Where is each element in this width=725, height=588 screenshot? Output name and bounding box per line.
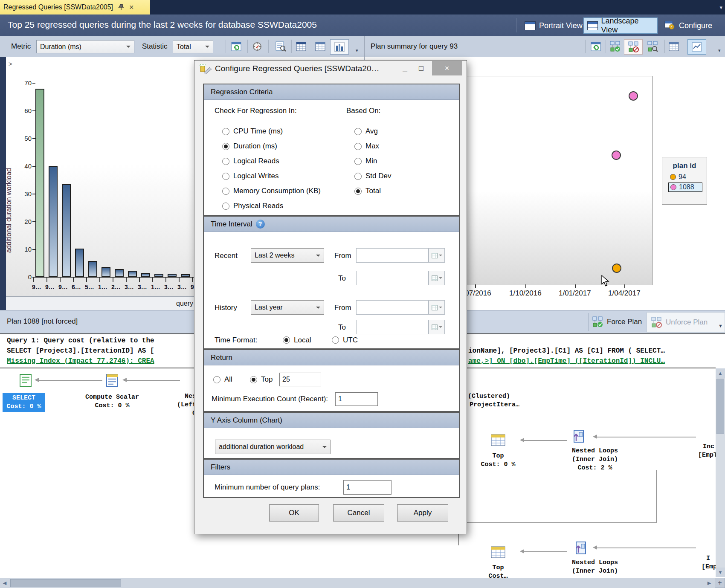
legend-item-plan-94[interactable]: 94	[668, 173, 702, 181]
scroll-down-icon[interactable]: ▼	[718, 323, 723, 328]
history-from-field[interactable]	[356, 300, 429, 315]
history-dropdown[interactable]: Last year	[251, 300, 324, 315]
bar-query-3[interactable]	[62, 184, 71, 277]
nested-loops-node-label[interactable]: Nested Loops (Inner Join) Cost: 2 %	[554, 447, 635, 472]
bar-query-8[interactable]	[128, 271, 137, 277]
toolbar-overflow-icon[interactable]: ▾	[356, 48, 358, 53]
check-radio-memory-consumption-kb-[interactable]	[222, 188, 229, 195]
based-radio-min[interactable]	[354, 158, 362, 165]
scroll-left-icon[interactable]: ◀	[0, 578, 9, 588]
force-plan-button[interactable]: Force Plan	[592, 314, 642, 330]
scatter-point-plan-1088[interactable]	[629, 91, 638, 101]
help-icon[interactable]: ?	[256, 220, 265, 229]
plan-chart-view-button[interactable]	[687, 39, 706, 55]
history-from-datepicker[interactable]	[429, 300, 445, 315]
track-query-button[interactable]	[251, 41, 263, 52]
tab-regressed-queries[interactable]: Regressed Queries [SSWData2005] ×	[0, 0, 150, 14]
compute-scalar-operator-icon[interactable]	[105, 374, 119, 387]
missing-index-hint[interactable]: ame,>] ON [dbo].[EmpTime] ([IterationId]…	[468, 357, 665, 365]
zoom-plus-button[interactable]: +	[715, 578, 725, 588]
close-icon[interactable]: ×	[129, 4, 134, 11]
unforce-plan-toolbar-button[interactable]	[624, 39, 643, 55]
top-node-label[interactable]: Top Cost…	[477, 564, 519, 578]
grid-view-button[interactable]	[295, 41, 307, 52]
scroll-up-icon[interactable]: ▲	[716, 368, 725, 378]
apply-button[interactable]: Apply	[397, 504, 448, 521]
recent-dropdown[interactable]: Last 2 weeks	[251, 248, 324, 263]
bar-query-4[interactable]	[75, 249, 84, 277]
utc-radio[interactable]	[332, 336, 339, 344]
history-to-field[interactable]	[356, 320, 429, 334]
check-radio-logical-writes[interactable]	[222, 173, 229, 180]
statistic-dropdown[interactable]: Total	[173, 40, 213, 53]
bar-query-2[interactable]	[49, 166, 58, 277]
recent-from-field[interactable]	[356, 248, 429, 263]
bar-query-7[interactable]	[115, 269, 124, 278]
refresh-button[interactable]	[230, 41, 242, 52]
based-radio-avg[interactable]	[354, 128, 362, 135]
select-operator-icon[interactable]	[19, 374, 32, 387]
landscape-view-button[interactable]: Landscape View	[583, 17, 658, 34]
all-radio[interactable]	[213, 376, 220, 383]
expand-panel-icon[interactable]: >	[9, 60, 12, 67]
based-radio-max[interactable]	[354, 143, 362, 150]
metric-dropdown[interactable]: Duration (ms)	[36, 40, 134, 53]
nested-loops-node-label[interactable]: Nested Loops (Inner Join)	[554, 559, 635, 576]
refresh-plan-summary-button[interactable]	[590, 41, 602, 52]
toolbar-overflow-icon[interactable]: ▾	[718, 48, 721, 53]
close-icon[interactable]: ×	[432, 61, 462, 75]
top-operator-icon[interactable]	[490, 433, 506, 447]
compare-plans-button[interactable]	[647, 41, 658, 52]
history-to-datepicker[interactable]	[429, 320, 445, 334]
portrait-view-button[interactable]: Portrait View	[521, 17, 586, 34]
unforce-plan-button[interactable]: Unforce Plan	[647, 312, 725, 333]
vertical-scrollbar[interactable]: ▲ ▼	[716, 368, 725, 577]
recent-to-datepicker[interactable]	[429, 271, 445, 285]
select-node-label[interactable]: SELECT Cost: 0 %	[3, 393, 45, 412]
index-seek-node-label[interactable]: Inc [EmpTir	[698, 443, 716, 460]
scatter-point-plan-94[interactable]	[612, 264, 621, 273]
maximize-icon[interactable]: □	[419, 64, 423, 73]
bar-query-5[interactable]	[88, 261, 97, 277]
nested-loops-operator-icon[interactable]	[573, 541, 588, 556]
tab-list-dropdown-icon[interactable]: ▾	[719, 4, 722, 11]
top-count-field[interactable]: 25	[279, 373, 321, 386]
min-query-plans-field[interactable]: 1	[343, 480, 392, 495]
scroll-down-icon[interactable]: ▼	[716, 568, 725, 577]
clipped-node-label[interactable]: Nes (Left C	[154, 392, 196, 418]
clustered-node-label[interactable]: (Clustered) _ProjectItera…	[466, 392, 542, 409]
based-radio-std-dev[interactable]	[354, 173, 362, 180]
check-radio-logical-reads[interactable]	[222, 158, 229, 165]
legend-item-plan-1088[interactable]: 1088	[668, 182, 702, 192]
pin-icon[interactable]	[118, 4, 124, 11]
y-axis-column-dropdown[interactable]: additional duration workload	[215, 440, 331, 454]
check-radio-cpu-time-ms-[interactable]	[222, 128, 229, 135]
based-radio-total[interactable]	[354, 188, 362, 195]
bar-query-1[interactable]	[35, 89, 44, 277]
horizontal-scrollbar[interactable]: ◀ ▶	[0, 578, 725, 588]
scrollbar-thumb[interactable]	[10, 579, 121, 587]
plan-grid-view-button[interactable]	[668, 41, 680, 52]
grid-view-2-button[interactable]	[314, 41, 326, 52]
view-query-text-button[interactable]	[275, 41, 287, 52]
check-radio-physical-reads[interactable]	[222, 203, 229, 210]
recent-to-field[interactable]	[356, 271, 429, 285]
force-plan-toolbar-button[interactable]	[609, 41, 621, 52]
missing-index-hint[interactable]: Missing Index (Impact 77.2746): CREA	[7, 357, 154, 365]
check-radio-duration-ms-[interactable]	[222, 143, 229, 150]
configure-button[interactable]: Configure	[661, 17, 716, 34]
index-seek-node-label[interactable]: I [EmpT	[702, 554, 716, 571]
local-radio[interactable]	[283, 336, 290, 344]
cancel-button[interactable]: Cancel	[333, 504, 384, 521]
scrollbar-thumb[interactable]	[716, 379, 724, 434]
scroll-right-icon[interactable]: ▶	[705, 578, 714, 588]
chart-view-button[interactable]	[330, 39, 349, 55]
top-operator-icon[interactable]	[490, 545, 506, 559]
recent-from-datepicker[interactable]	[429, 248, 445, 263]
top-radio[interactable]	[250, 376, 257, 383]
scatter-point-plan-1088[interactable]	[612, 151, 621, 160]
nested-loops-operator-icon[interactable]	[571, 429, 586, 444]
ok-button[interactable]: OK	[269, 504, 319, 521]
min-exec-count-field[interactable]: 1	[335, 392, 378, 406]
top-node-label[interactable]: Top Cost: 0 %	[477, 452, 519, 469]
